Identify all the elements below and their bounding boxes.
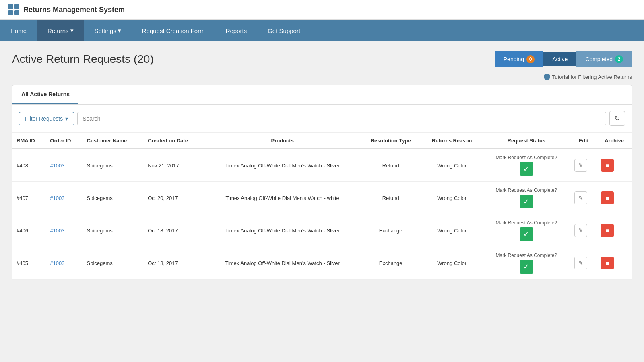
- returns-dropdown-icon: ▾: [70, 27, 74, 34]
- search-input[interactable]: [77, 112, 606, 125]
- app-title: Returns Management System: [23, 6, 125, 14]
- col-request-status: Request Status: [482, 133, 570, 149]
- cell-archive[interactable]: ■: [597, 214, 632, 247]
- tutorial-link-text[interactable]: Tutorial for Filtering Active Returns: [552, 74, 632, 80]
- nav-request-creation-form[interactable]: Request Creation Form: [132, 20, 215, 41]
- tab-all-active-returns[interactable]: All Active Returns: [12, 85, 78, 104]
- edit-icon: ✎: [578, 195, 583, 201]
- cell-products: Timex Analog Off-White Dial Men's Watch …: [205, 149, 360, 182]
- archive-icon: ■: [606, 162, 609, 169]
- edit-button[interactable]: ✎: [574, 159, 587, 172]
- cell-order-id[interactable]: #1003: [46, 247, 83, 280]
- tutorial-link-row: i Tutorial for Filtering Active Returns: [12, 74, 632, 80]
- cell-archive[interactable]: ■: [597, 182, 632, 214]
- mark-complete-button[interactable]: ✓: [520, 260, 533, 274]
- cell-customer-name: Spicegems: [83, 182, 144, 214]
- refresh-icon: ↻: [615, 115, 620, 122]
- nav-get-support[interactable]: Get Support: [257, 20, 311, 41]
- edit-icon: ✎: [578, 227, 583, 234]
- cell-archive[interactable]: ■: [597, 149, 632, 182]
- cell-products: Timex Analog Off-White Dial Men's Watch …: [205, 182, 360, 214]
- col-products: Products: [205, 133, 360, 149]
- table-row: #406 #1003 Spicegems Oct 18, 2017 Timex …: [12, 214, 632, 247]
- main-content: Active Return Requests (20) Pending 0 Ac…: [0, 41, 644, 359]
- checkmark-icon: ✓: [523, 230, 529, 239]
- tab-section: All Active Returns Filter Requests ▾ ↻ R…: [12, 85, 632, 280]
- mark-complete-button[interactable]: ✓: [520, 162, 533, 176]
- status-label: Mark Request As Complete?: [486, 253, 566, 258]
- cell-resolution-type: Exchange: [360, 247, 421, 280]
- table-row: #405 #1003 Spicegems Oct 18, 2017 Timex …: [12, 247, 632, 280]
- table-row: #408 #1003 Spicegems Nov 21, 2017 Timex …: [12, 149, 632, 182]
- archive-button[interactable]: ■: [601, 257, 614, 269]
- status-label: Mark Request As Complete?: [486, 155, 566, 160]
- tab-pending[interactable]: Pending 0: [495, 51, 543, 67]
- cell-resolution-type: Refund: [360, 182, 421, 214]
- tab-completed[interactable]: Completed 2: [576, 51, 632, 67]
- cell-edit[interactable]: ✎: [570, 149, 597, 182]
- edit-button[interactable]: ✎: [574, 257, 587, 269]
- cell-resolution-type: Exchange: [360, 214, 421, 247]
- archive-icon: ■: [606, 260, 609, 266]
- filter-requests-button[interactable]: Filter Requests ▾: [19, 112, 74, 125]
- cell-returns-reason: Wrong Color: [421, 182, 483, 214]
- tab-active[interactable]: Active: [543, 52, 576, 66]
- cell-customer-name: Spicegems: [83, 214, 144, 247]
- edit-icon: ✎: [578, 260, 583, 266]
- checkmark-icon: ✓: [523, 165, 529, 173]
- cell-request-status: Mark Request As Complete? ✓: [482, 214, 570, 247]
- status-tabs: Pending 0 Active Completed 2: [495, 51, 632, 67]
- app-logo: Returns Management System: [8, 4, 125, 15]
- mark-complete-button[interactable]: ✓: [520, 195, 533, 208]
- archive-button[interactable]: ■: [601, 224, 614, 237]
- col-created-date: Created on Date: [144, 133, 205, 149]
- cell-order-id[interactable]: #1003: [46, 149, 83, 182]
- cell-request-status: Mark Request As Complete? ✓: [482, 247, 570, 280]
- cell-returns-reason: Wrong Color: [421, 149, 483, 182]
- col-archive: Archive: [597, 133, 632, 149]
- col-order-id: Order ID: [46, 133, 83, 149]
- cell-customer-name: Spicegems: [83, 149, 144, 182]
- returns-table: RMA ID Order ID Customer Name Created on…: [12, 133, 632, 280]
- mark-complete-button[interactable]: ✓: [520, 227, 533, 241]
- archive-button[interactable]: ■: [601, 159, 614, 172]
- status-label: Mark Request As Complete?: [486, 220, 566, 226]
- info-icon: i: [544, 74, 550, 80]
- edit-button[interactable]: ✎: [574, 191, 587, 204]
- page-header: Active Return Requests (20) Pending 0 Ac…: [12, 51, 632, 67]
- checkmark-icon: ✓: [523, 262, 529, 271]
- checkmark-icon: ✓: [523, 197, 529, 206]
- nav-settings[interactable]: Settings ▾: [84, 20, 132, 41]
- cell-archive[interactable]: ■: [597, 247, 632, 280]
- cell-order-id[interactable]: #1003: [46, 182, 83, 214]
- cell-order-id[interactable]: #1003: [46, 214, 83, 247]
- edit-button[interactable]: ✎: [574, 224, 587, 237]
- nav-returns[interactable]: Returns ▾: [37, 20, 84, 41]
- logo-icon: [8, 4, 19, 15]
- filter-dropdown-icon: ▾: [65, 115, 68, 122]
- cell-returns-reason: Wrong Color: [421, 214, 483, 247]
- main-nav: Home Returns ▾ Settings ▾ Request Creati…: [0, 20, 644, 41]
- col-edit: Edit: [570, 133, 597, 149]
- cell-rma-id: #407: [12, 182, 46, 214]
- pending-badge: 0: [526, 55, 535, 63]
- completed-badge: 2: [615, 55, 623, 63]
- edit-icon: ✎: [578, 162, 583, 169]
- nav-home[interactable]: Home: [0, 20, 37, 41]
- cell-edit[interactable]: ✎: [570, 182, 597, 214]
- filter-row: Filter Requests ▾ ↻: [12, 105, 632, 133]
- refresh-button[interactable]: ↻: [609, 111, 625, 126]
- cell-rma-id: #406: [12, 214, 46, 247]
- top-bar: Returns Management System: [0, 0, 644, 20]
- col-customer-name: Customer Name: [83, 133, 144, 149]
- col-rma-id: RMA ID: [12, 133, 46, 149]
- cell-edit[interactable]: ✎: [570, 214, 597, 247]
- cell-request-status: Mark Request As Complete? ✓: [482, 149, 570, 182]
- cell-customer-name: Spicegems: [83, 247, 144, 280]
- tab-bar: All Active Returns: [12, 85, 632, 105]
- cell-products: Timex Analog Off-White Dial Men's Watch …: [205, 214, 360, 247]
- cell-edit[interactable]: ✎: [570, 247, 597, 280]
- archive-button[interactable]: ■: [601, 191, 614, 204]
- cell-request-status: Mark Request As Complete? ✓: [482, 182, 570, 214]
- nav-reports[interactable]: Reports: [215, 20, 258, 41]
